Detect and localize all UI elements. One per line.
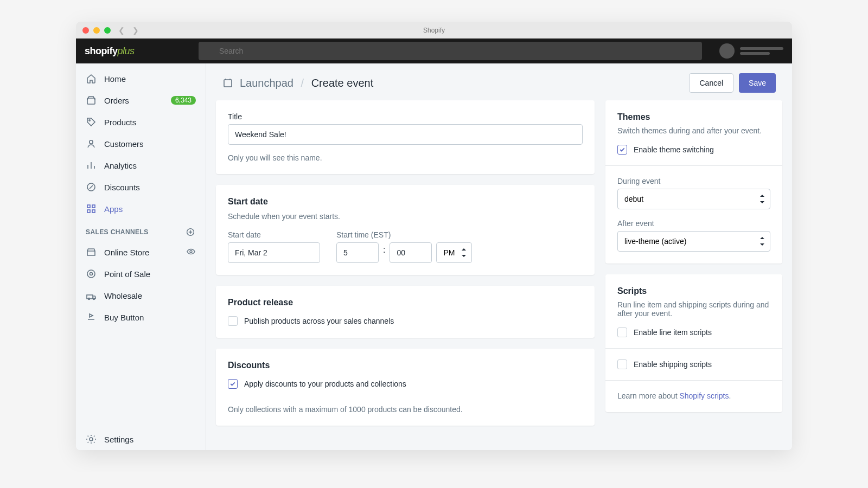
start-date-sub: Schedule when your event starts. bbox=[228, 212, 583, 221]
themes-sub: Switch themes during and after your even… bbox=[617, 126, 770, 135]
svg-rect-18 bbox=[224, 80, 232, 87]
themes-heading: Themes bbox=[617, 112, 770, 122]
discounts-heading: Discounts bbox=[228, 361, 583, 370]
buy-button-icon bbox=[86, 312, 97, 323]
logo[interactable]: shopifyplus bbox=[85, 46, 199, 57]
during-event-select[interactable]: debut bbox=[617, 189, 770, 209]
sales-channels-header: SALES CHANNELS bbox=[76, 223, 206, 241]
window-controls bbox=[82, 27, 111, 34]
orders-icon bbox=[86, 95, 97, 106]
titlebar: ❮ ❯ Shopify bbox=[76, 22, 792, 38]
orders-badge: 6,343 bbox=[171, 96, 196, 105]
enable-theme-switching-checkbox[interactable] bbox=[617, 145, 627, 155]
shopify-scripts-link[interactable]: Shopify scripts bbox=[679, 391, 729, 400]
sidebar-item-settings[interactable]: Settings bbox=[76, 428, 206, 450]
svg-rect-8 bbox=[87, 210, 90, 213]
maximize-window-button[interactable] bbox=[104, 27, 111, 34]
start-date-label: Start date bbox=[228, 230, 320, 239]
title-card: Title Only you will see this name. bbox=[216, 100, 595, 174]
sidebar-item-customers[interactable]: Customers bbox=[76, 133, 206, 155]
breadcrumb-parent[interactable]: Launchpad bbox=[240, 77, 293, 89]
scripts-heading: Scripts bbox=[617, 286, 770, 296]
svg-rect-2 bbox=[87, 98, 95, 104]
discounts-hint: Only collections with a maximum of 1000 … bbox=[228, 405, 583, 414]
discounts-card: Discounts Apply discounts to your produc… bbox=[216, 349, 595, 426]
breadcrumb: Launchpad / Create event bbox=[240, 77, 373, 89]
sidebar-item-discounts[interactable]: Discounts bbox=[76, 176, 206, 198]
sidebar-item-apps[interactable]: Apps bbox=[76, 198, 206, 220]
svg-rect-9 bbox=[92, 210, 95, 213]
after-event-select[interactable]: live-theme (active) bbox=[617, 231, 770, 252]
sidebar-item-buy-button[interactable]: Buy Button bbox=[76, 306, 206, 328]
pos-icon bbox=[86, 268, 97, 279]
sidebar-item-orders[interactable]: Orders 6,343 bbox=[76, 89, 206, 111]
scripts-card: Scripts Run line item and shipping scrip… bbox=[605, 274, 782, 412]
publish-products-label: Publish products across your sales chann… bbox=[244, 317, 394, 325]
sidebar-item-label: Products bbox=[104, 118, 136, 127]
svg-point-12 bbox=[87, 270, 95, 278]
start-minute-input[interactable] bbox=[390, 242, 432, 263]
publish-products-checkbox[interactable] bbox=[228, 316, 238, 326]
analytics-icon bbox=[86, 160, 97, 171]
launchpad-icon bbox=[222, 77, 234, 89]
close-window-button[interactable] bbox=[82, 27, 89, 34]
sidebar-item-products[interactable]: Products bbox=[76, 111, 206, 133]
ampm-select[interactable]: PM bbox=[436, 242, 472, 263]
themes-card: Themes Switch themes during and after yo… bbox=[605, 100, 782, 264]
enable-line-item-scripts-label: Enable line item scripts bbox=[634, 328, 712, 337]
scripts-sub: Run line item and shipping scripts durin… bbox=[617, 300, 770, 318]
minimize-window-button[interactable] bbox=[93, 27, 100, 34]
sidebar-item-home[interactable]: Home bbox=[76, 68, 206, 89]
enable-theme-switching-label: Enable theme switching bbox=[634, 145, 714, 154]
sidebar-item-label: Discounts bbox=[104, 183, 140, 192]
app-body: Home Orders 6,343 Products Customers Ana… bbox=[76, 63, 792, 450]
sidebar-item-label: Buy Button bbox=[104, 313, 144, 322]
sidebar-item-label: Apps bbox=[104, 204, 123, 214]
svg-point-4 bbox=[90, 140, 93, 144]
start-hour-input[interactable] bbox=[336, 242, 379, 263]
svg-point-13 bbox=[90, 273, 93, 275]
sidebar-item-online-store[interactable]: Online Store bbox=[76, 241, 206, 263]
view-store-icon[interactable] bbox=[186, 247, 196, 258]
forward-button[interactable]: ❯ bbox=[132, 26, 139, 35]
back-button[interactable]: ❮ bbox=[118, 26, 125, 35]
scripts-learn-more: Learn more about Shopify scripts. bbox=[617, 391, 770, 400]
nav-arrows: ❮ ❯ bbox=[118, 26, 139, 35]
add-channel-button[interactable] bbox=[185, 227, 196, 237]
app-window: ❮ ❯ Shopify shopifyplus H bbox=[76, 22, 792, 450]
user-menu[interactable] bbox=[710, 43, 783, 59]
svg-point-17 bbox=[90, 438, 93, 441]
start-date-input[interactable] bbox=[228, 242, 320, 263]
svg-rect-7 bbox=[92, 205, 95, 208]
store-icon bbox=[86, 247, 97, 258]
sidebar-item-wholesale[interactable]: Wholesale bbox=[76, 285, 206, 306]
sidebar-item-pos[interactable]: Point of Sale bbox=[76, 263, 206, 285]
save-button[interactable]: Save bbox=[739, 73, 776, 93]
sidebar-item-analytics[interactable]: Analytics bbox=[76, 155, 206, 176]
discounts-icon bbox=[86, 182, 97, 192]
apply-discounts-label: Apply discounts to your products and col… bbox=[244, 380, 406, 388]
svg-point-11 bbox=[190, 251, 192, 253]
apps-icon bbox=[86, 203, 97, 214]
cancel-button[interactable]: Cancel bbox=[689, 73, 733, 93]
product-release-card: Product release Publish products across … bbox=[216, 286, 595, 338]
enable-line-item-scripts-checkbox[interactable] bbox=[617, 328, 627, 337]
apply-discounts-checkbox[interactable] bbox=[228, 379, 238, 389]
svg-rect-6 bbox=[87, 205, 90, 208]
avatar bbox=[719, 43, 735, 59]
after-event-label: After event bbox=[617, 219, 770, 228]
enable-shipping-scripts-checkbox[interactable] bbox=[617, 359, 627, 369]
page-header: Launchpad / Create event Cancel Save bbox=[206, 63, 792, 100]
title-label: Title bbox=[228, 112, 583, 121]
main-content: Launchpad / Create event Cancel Save Tit… bbox=[206, 63, 792, 450]
search-input[interactable] bbox=[199, 42, 702, 60]
sidebar-item-label: Orders bbox=[104, 96, 129, 105]
enable-shipping-scripts-label: Enable shipping scripts bbox=[634, 360, 712, 369]
sidebar-item-label: Settings bbox=[104, 435, 133, 444]
sidebar-item-label: Wholesale bbox=[104, 291, 142, 300]
customers-icon bbox=[86, 138, 97, 149]
title-input[interactable] bbox=[228, 124, 583, 145]
breadcrumb-current: Create event bbox=[311, 77, 374, 89]
sidebar-item-label: Customers bbox=[104, 139, 144, 149]
sidebar-item-label: Home bbox=[104, 74, 126, 84]
